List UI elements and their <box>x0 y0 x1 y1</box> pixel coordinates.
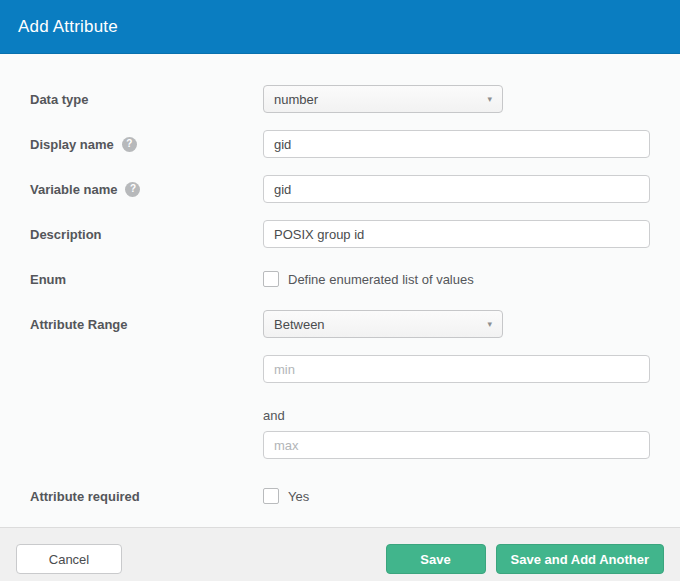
modal-header: Add Attribute <box>0 0 680 54</box>
row-display-name: Display name ? <box>30 130 650 158</box>
row-range-min <box>30 355 650 383</box>
attribute-range-select[interactable]: Between ▾ <box>263 310 503 338</box>
attribute-required-checkbox-label: Yes <box>288 489 309 504</box>
modal-body: Data type number ▾ Display name ? Variab… <box>0 54 680 527</box>
attribute-required-checkbox[interactable] <box>263 488 279 504</box>
row-variable-name: Variable name ? <box>30 175 650 203</box>
page-title: Add Attribute <box>18 17 118 37</box>
cancel-button[interactable]: Cancel <box>16 544 122 574</box>
row-attribute-range: Attribute Range Between ▾ <box>30 310 650 338</box>
range-min-field[interactable] <box>263 355 650 383</box>
row-description: Description <box>30 220 650 248</box>
attribute-required-label: Attribute required <box>30 489 263 504</box>
row-enum: Enum Define enumerated list of values <box>30 265 650 293</box>
enum-label: Enum <box>30 272 263 287</box>
enum-checkbox-label: Define enumerated list of values <box>288 272 474 287</box>
chevron-down-icon: ▾ <box>487 94 492 104</box>
data-type-select[interactable]: number ▾ <box>263 85 503 113</box>
variable-name-field[interactable] <box>263 175 650 203</box>
help-icon[interactable]: ? <box>125 182 140 197</box>
help-icon[interactable]: ? <box>122 137 137 152</box>
row-data-type: Data type number ▾ <box>30 85 650 113</box>
attribute-range-label: Attribute Range <box>30 317 263 332</box>
data-type-selected-value: number <box>274 92 318 107</box>
save-button[interactable]: Save <box>386 544 486 574</box>
data-type-label: Data type <box>30 92 263 107</box>
description-label: Description <box>30 227 263 242</box>
modal-footer: Cancel Save Save and Add Another <box>0 527 680 581</box>
row-range-max <box>30 431 650 459</box>
range-connector-label: and <box>263 408 650 423</box>
display-name-field[interactable] <box>263 130 650 158</box>
range-max-field[interactable] <box>263 431 650 459</box>
save-and-add-another-button[interactable]: Save and Add Another <box>496 544 664 574</box>
row-range-connector: and <box>30 400 650 430</box>
display-name-label: Display name ? <box>30 137 263 152</box>
attribute-range-selected-value: Between <box>274 317 325 332</box>
variable-name-label: Variable name ? <box>30 182 263 197</box>
description-field[interactable] <box>263 220 650 248</box>
chevron-down-icon: ▾ <box>487 319 492 329</box>
enum-checkbox[interactable] <box>263 271 279 287</box>
row-attribute-required: Attribute required Yes <box>30 482 650 510</box>
add-attribute-modal: Add Attribute Data type number ▾ Display… <box>0 0 680 581</box>
